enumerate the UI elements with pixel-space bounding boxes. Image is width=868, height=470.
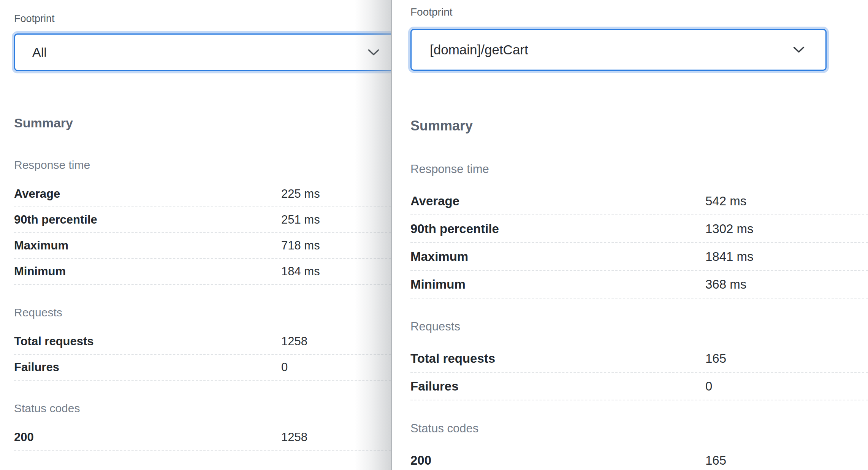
comparison-stage: Footprint All Summary Response timeAvera…	[0, 0, 868, 470]
metric-label: 90th percentile	[410, 222, 705, 236]
footprint-select[interactable]: All	[14, 33, 391, 71]
metric-row: Maximum1841 ms	[410, 243, 868, 271]
section-heading: Status codes	[410, 421, 868, 436]
metric-rows: Average225 ms90th percentile251 msMaximu…	[14, 181, 391, 285]
metric-label: Total requests	[410, 351, 705, 366]
metric-rows: Total requests1258Failures0	[14, 329, 391, 381]
metric-label: 200	[14, 430, 281, 444]
section-heading: Response time	[14, 158, 391, 172]
metric-row: Minimum368 ms	[410, 271, 868, 299]
metric-value: 0	[705, 379, 712, 394]
metric-rows: 200165	[410, 447, 868, 470]
footprint-select-value: All	[32, 45, 47, 60]
section-heading: Status codes	[14, 401, 391, 416]
metric-row: 90th percentile1302 ms	[410, 215, 868, 243]
metric-row: Total requests1258	[14, 329, 391, 355]
footprint-panel-all: Footprint All Summary Response timeAvera…	[0, 0, 391, 470]
footprint-select-value: [domain]/getCart	[430, 42, 528, 57]
summary-sections: Response timeAverage225 ms90th percentil…	[14, 158, 391, 451]
metric-label: Minimum	[14, 265, 281, 278]
metric-label: Average	[14, 187, 281, 201]
metric-label: Failures	[410, 379, 705, 394]
metric-row: Average225 ms	[14, 181, 391, 207]
metric-label: 200	[410, 453, 705, 468]
metric-label: Maximum	[410, 249, 705, 264]
panel-divider	[391, 0, 392, 470]
metric-value: 165	[705, 453, 726, 468]
metric-row: Average542 ms	[410, 187, 868, 215]
metric-row: Minimum184 ms	[14, 259, 391, 285]
metric-row: 200165	[410, 447, 868, 470]
chevron-down-icon	[368, 49, 379, 56]
metric-value: 368 ms	[705, 277, 746, 292]
footprint-label: Footprint	[14, 13, 391, 24]
metric-label: Total requests	[14, 335, 281, 348]
summary-title: Summary	[410, 117, 868, 135]
metric-row: 90th percentile251 ms	[14, 207, 391, 233]
metric-row: Maximum718 ms	[14, 233, 391, 259]
metric-value: 1258	[281, 430, 307, 444]
metric-value: 225 ms	[281, 187, 320, 201]
metric-label: Average	[410, 194, 705, 208]
metric-value: 251 ms	[281, 213, 320, 227]
metric-value: 542 ms	[705, 194, 746, 208]
metric-value: 1841 ms	[705, 249, 754, 264]
metric-value: 0	[281, 360, 288, 374]
metric-value: 165	[705, 351, 726, 366]
chevron-down-icon	[793, 46, 805, 53]
metric-row: Failures0	[14, 355, 391, 381]
footprint-select[interactable]: [domain]/getCart	[410, 29, 827, 71]
metric-label: 90th percentile	[14, 213, 281, 227]
metric-label: Minimum	[410, 277, 705, 292]
footprint-panel-getcart: Footprint [domain]/getCart Summary Respo…	[392, 0, 868, 470]
metric-value: 718 ms	[281, 239, 320, 252]
metric-row: Total requests165	[410, 345, 868, 373]
metric-rows: Average542 ms90th percentile1302 msMaxim…	[410, 187, 868, 299]
metric-rows: 2001258	[14, 425, 391, 451]
section-heading: Requests	[14, 305, 391, 320]
metric-value: 184 ms	[281, 265, 320, 278]
summary-sections: Response timeAverage542 ms90th percentil…	[410, 162, 868, 470]
summary-title: Summary	[14, 114, 391, 131]
section-heading: Response time	[410, 162, 868, 177]
metric-rows: Total requests165Failures0	[410, 345, 868, 400]
metric-label: Maximum	[14, 239, 281, 252]
metric-row: 2001258	[14, 425, 391, 451]
metric-label: Failures	[14, 360, 281, 374]
footprint-label: Footprint	[410, 6, 868, 18]
metric-value: 1302 ms	[705, 222, 754, 236]
section-heading: Requests	[410, 319, 868, 334]
metric-value: 1258	[281, 335, 307, 348]
metric-row: Failures0	[410, 373, 868, 400]
